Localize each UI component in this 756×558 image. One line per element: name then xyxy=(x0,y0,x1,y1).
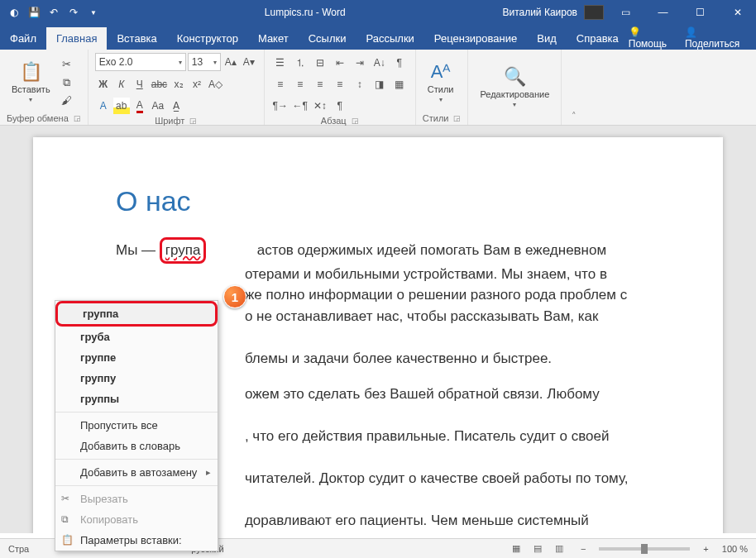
add-to-dictionary[interactable]: Добавить в словарь xyxy=(55,436,218,456)
superscript-button[interactable]: x² xyxy=(189,76,205,93)
text-effects-icon[interactable]: A xyxy=(95,98,112,114)
grow-font-icon[interactable]: A▴ xyxy=(222,54,239,70)
tab-references[interactable]: Ссылки xyxy=(299,27,356,50)
suggestion-4[interactable]: группу xyxy=(55,368,218,389)
tab-insert[interactable]: Вставка xyxy=(107,27,166,50)
justify-icon[interactable]: ≡ xyxy=(331,76,349,93)
asian-layout-icon[interactable]: ✕↕ xyxy=(311,98,329,114)
dialog-launcher-icon[interactable]: ◲ xyxy=(74,114,81,122)
dialog-launcher-icon[interactable]: ◲ xyxy=(189,117,197,125)
ignore-all[interactable]: Пропустить все xyxy=(55,415,218,436)
ribbon-display-icon[interactable]: ▭ xyxy=(607,0,644,25)
user-area[interactable]: Виталий Каиров xyxy=(502,5,607,20)
font-color-icon[interactable]: A xyxy=(132,98,148,114)
group-paragraph: ☰ ⒈ ⊟ ⇤ ⇥ A↓ ¶ ≡ ≡ ≡ ≡ ↕ ◨ ▦ ¶→ ←¶ ✕↕ xyxy=(265,50,416,125)
align-right-icon[interactable]: ≡ xyxy=(311,76,329,93)
decrease-indent-icon[interactable]: ⇤ xyxy=(331,55,349,71)
shading-icon[interactable]: ◨ xyxy=(371,76,389,93)
italic-button[interactable]: К xyxy=(113,76,130,93)
copy-icon[interactable]: ⧉ xyxy=(59,74,75,91)
left-to-right-icon[interactable]: ¶→ xyxy=(271,98,289,114)
autosave-icon[interactable]: ◐ xyxy=(7,5,22,20)
align-left-icon[interactable]: ≡ xyxy=(271,76,289,93)
tab-file[interactable]: Файл xyxy=(0,27,46,50)
suggestion-3[interactable]: группе xyxy=(55,347,218,368)
highlight-icon[interactable]: ab xyxy=(113,98,130,114)
help-button[interactable]: 💡 Помощь xyxy=(629,26,677,50)
undo-icon[interactable]: ↶ xyxy=(46,5,61,20)
dialog-launcher-icon[interactable]: ◲ xyxy=(453,114,461,122)
group-styles: Aᴬ Стили ▾ Стили◲ xyxy=(416,50,469,125)
subscript-button[interactable]: x₂ xyxy=(170,76,187,93)
add-to-autocorrect[interactable]: Добавить в автозамену▸ xyxy=(55,462,218,483)
avatar[interactable] xyxy=(584,5,604,20)
dialog-launcher-icon[interactable]: ◲ xyxy=(352,117,359,125)
tab-design[interactable]: Конструктор xyxy=(167,27,248,50)
web-layout-icon[interactable]: ▥ xyxy=(551,542,567,556)
copy-icon: ⧉ xyxy=(61,513,69,525)
maximize-button[interactable]: ☐ xyxy=(682,0,719,25)
read-mode-icon[interactable]: ▦ xyxy=(508,542,524,556)
tab-help[interactable]: Справка xyxy=(567,27,629,50)
bullets-icon[interactable]: ☰ xyxy=(271,55,289,71)
misspelled-word[interactable]: група xyxy=(165,242,201,258)
group-clipboard: 📋 Вставить ▾ ✂ ⧉ 🖌 Буфер обмена◲ xyxy=(0,50,89,125)
close-button[interactable]: ✕ xyxy=(719,0,756,25)
borders-icon[interactable]: ▦ xyxy=(390,76,409,93)
suggestion-1[interactable]: группа xyxy=(55,301,218,327)
right-to-left-icon[interactable]: ←¶ xyxy=(291,98,309,114)
font-name-combo[interactable]: Exo 2.0▾ xyxy=(95,53,186,71)
styles-button[interactable]: Aᴬ Стили ▾ xyxy=(423,53,459,112)
line-spacing-icon[interactable]: ↕ xyxy=(351,76,369,93)
suggestion-5[interactable]: группы xyxy=(55,389,218,409)
qat-customize-icon[interactable]: ▼ xyxy=(86,5,101,20)
tab-view[interactable]: Вид xyxy=(527,27,567,50)
scissors-icon: ✂ xyxy=(61,493,69,504)
bold-button[interactable]: Ж xyxy=(95,76,112,93)
tab-home[interactable]: Главная xyxy=(46,27,107,50)
tab-mailings[interactable]: Рассылки xyxy=(356,27,423,50)
misspelled-word-highlight: група xyxy=(160,237,207,264)
redo-icon[interactable]: ↷ xyxy=(66,5,81,20)
title-bar: ◐ 💾 ↶ ↷ ▼ Lumpics.ru - Word Виталий Каир… xyxy=(0,0,756,25)
zoom-out-button[interactable]: − xyxy=(581,544,586,554)
share-button[interactable]: 👤 Поделиться xyxy=(685,26,748,50)
show-marks-icon[interactable]: ¶ xyxy=(390,55,409,71)
multilevel-icon[interactable]: ⊟ xyxy=(311,55,329,71)
shrink-font-icon[interactable]: A▾ xyxy=(241,54,257,70)
styles-icon: Aᴬ xyxy=(431,61,451,83)
cut-icon[interactable]: ✂ xyxy=(59,56,75,73)
paste-options[interactable]: 📋Параметры вставки: xyxy=(55,530,218,551)
sort-icon[interactable]: A↓ xyxy=(371,55,389,71)
increase-indent-icon[interactable]: ⇥ xyxy=(351,55,369,71)
char-scale-icon[interactable]: A̲ xyxy=(168,98,184,114)
submenu-arrow-icon: ▸ xyxy=(206,467,211,478)
tab-review[interactable]: Рецензирование xyxy=(424,27,527,50)
zoom-slider[interactable] xyxy=(599,547,690,551)
zoom-in-button[interactable]: + xyxy=(703,544,708,554)
editing-button[interactable]: 🔍 Редактирование ▾ xyxy=(475,53,554,122)
clear-format-icon[interactable]: A◇ xyxy=(207,76,224,93)
pilcrow-icon[interactable]: ¶ xyxy=(331,98,349,114)
change-case-button[interactable]: Aa xyxy=(150,98,166,114)
page-indicator[interactable]: Стра xyxy=(8,544,29,554)
strikethrough-button[interactable]: abc xyxy=(150,76,169,93)
print-layout-icon[interactable]: ▤ xyxy=(529,542,546,556)
underline-button[interactable]: Ч xyxy=(132,76,148,93)
suggestion-2[interactable]: груба xyxy=(55,327,218,347)
group-editing: 🔍 Редактирование ▾ xyxy=(468,50,562,125)
font-size-combo[interactable]: 13▾ xyxy=(188,53,221,71)
zoom-level[interactable]: 100 % xyxy=(722,544,748,554)
user-name: Виталий Каиров xyxy=(502,7,577,18)
minimize-button[interactable]: — xyxy=(644,0,682,25)
align-center-icon[interactable]: ≡ xyxy=(291,76,309,93)
window-controls: ▭ — ☐ ✕ xyxy=(607,0,756,25)
paragraph-group-label: Абзац xyxy=(321,116,347,126)
tab-layout[interactable]: Макет xyxy=(248,27,299,50)
clipboard-group-label: Буфер обмена xyxy=(7,113,69,123)
paste-button[interactable]: 📋 Вставить ▾ xyxy=(7,53,55,112)
numbering-icon[interactable]: ⒈ xyxy=(291,55,309,71)
collapse-ribbon-icon[interactable]: ˄ xyxy=(562,50,586,125)
save-icon[interactable]: 💾 xyxy=(26,5,41,20)
format-painter-icon[interactable]: 🖌 xyxy=(59,93,75,109)
